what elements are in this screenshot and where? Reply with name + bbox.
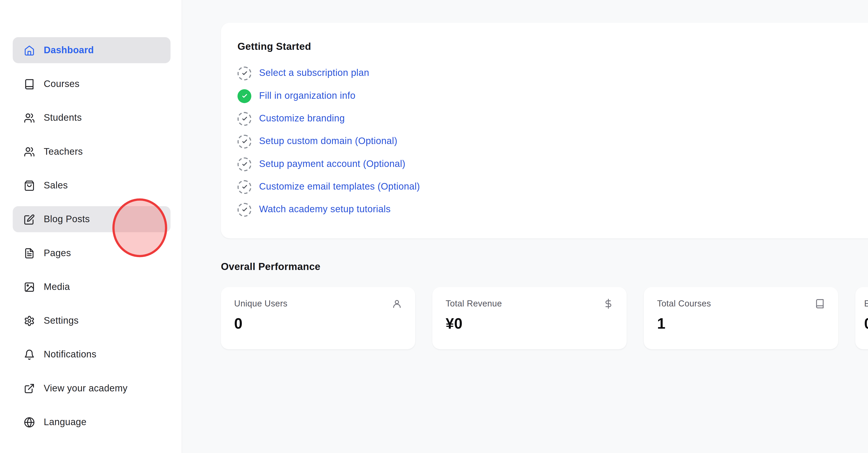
sidebar-item-label: Settings	[44, 315, 79, 326]
sidebar-item-label: Dashboard	[44, 45, 94, 56]
checklist-link[interactable]: Customize email templates (Optional)	[259, 181, 420, 192]
stat-value: 1	[657, 316, 825, 333]
getting-started-checklist: Select a subscription plan Fill in organ…	[238, 66, 868, 217]
edit-icon	[24, 214, 35, 225]
checklist-link[interactable]: Watch academy setup tutorials	[259, 204, 391, 215]
sidebar-item-media[interactable]: Media	[13, 274, 170, 300]
stat-card-truncated: E 0	[855, 287, 868, 349]
checklist-item-setup-tutorials: Watch academy setup tutorials	[238, 202, 868, 217]
stat-card-total-courses: Total Courses 1	[644, 287, 838, 349]
book-icon	[815, 299, 825, 309]
stat-label: Total Revenue	[446, 299, 502, 309]
sidebar-item-label: View your academy	[44, 383, 128, 394]
globe-icon	[24, 417, 35, 428]
sidebar-item-students[interactable]: Students	[13, 105, 170, 131]
book-icon	[24, 78, 35, 89]
checklist-link[interactable]: Customize branding	[259, 113, 345, 124]
sidebar-item-language[interactable]: Language	[13, 409, 170, 435]
overall-performance-heading: Overall Performance	[221, 261, 320, 273]
getting-started-card: Getting Started Select a subscription pl…	[221, 23, 868, 238]
sidebar-item-label: Sales	[44, 180, 68, 191]
check-circle-icon	[238, 66, 251, 80]
home-icon	[24, 45, 35, 56]
dollar-icon	[603, 299, 613, 309]
checklist-item-custom-domain: Setup custom domain (Optional)	[238, 134, 868, 149]
sidebar-item-label: Teachers	[44, 146, 83, 157]
sidebar-item-blog-posts[interactable]: Blog Posts	[13, 206, 170, 232]
stat-cards-row: Unique Users 0 Total Revenue ¥0 Total Co…	[221, 287, 868, 349]
sidebar-item-sales[interactable]: Sales	[13, 172, 170, 198]
stat-card-unique-users: Unique Users 0	[221, 287, 415, 349]
external-link-icon	[24, 383, 35, 394]
sidebar-nav: Dashboard Courses Students Teachers	[13, 37, 170, 443]
check-circle-icon	[238, 180, 251, 194]
checklist-link[interactable]: Select a subscription plan	[259, 68, 369, 79]
check-circle-icon	[238, 112, 251, 125]
gear-icon	[24, 315, 35, 326]
users-icon	[24, 146, 35, 157]
checklist-link[interactable]: Fill in organization info	[259, 90, 355, 102]
sidebar-item-notifications[interactable]: Notifications	[13, 341, 170, 367]
checklist-item-subscription-plan: Select a subscription plan	[238, 66, 868, 80]
app-window: Dashboard Courses Students Teachers	[0, 0, 868, 453]
user-icon	[392, 299, 402, 309]
stat-label: E	[864, 299, 868, 309]
checklist-link[interactable]: Setup custom domain (Optional)	[259, 136, 397, 147]
sidebar-item-label: Courses	[44, 78, 80, 89]
sidebar-item-settings[interactable]: Settings	[13, 308, 170, 334]
sidebar-item-dashboard[interactable]: Dashboard	[13, 37, 170, 63]
stat-card-total-revenue: Total Revenue ¥0	[432, 287, 627, 349]
sidebar-item-label: Blog Posts	[44, 214, 90, 225]
checklist-item-email-templates: Customize email templates (Optional)	[238, 179, 868, 194]
sidebar-item-pages[interactable]: Pages	[13, 240, 170, 266]
checklist-item-organization-info: Fill in organization info	[238, 89, 868, 103]
users-icon	[24, 112, 35, 123]
shopping-bag-icon	[24, 180, 35, 191]
sidebar-item-label: Media	[44, 281, 70, 292]
sidebar-item-label: Notifications	[44, 349, 96, 360]
sidebar-item-label: Language	[44, 417, 86, 428]
sidebar-item-label: Pages	[44, 248, 71, 259]
checklist-item-customize-branding: Customize branding	[238, 111, 868, 126]
sidebar: Dashboard Courses Students Teachers	[0, 0, 182, 453]
stat-label: Unique Users	[234, 299, 287, 309]
stat-value: ¥0	[446, 316, 613, 333]
getting-started-title: Getting Started	[238, 41, 868, 53]
sidebar-item-view-your-academy[interactable]: View your academy	[13, 375, 170, 401]
stat-value: 0	[234, 316, 402, 333]
stat-value: 0	[864, 316, 868, 333]
stat-label: Total Courses	[657, 299, 711, 309]
image-icon	[24, 281, 35, 292]
check-circle-icon	[238, 202, 251, 216]
sidebar-item-courses[interactable]: Courses	[13, 71, 170, 97]
checklist-item-payment-account: Setup payment account (Optional)	[238, 157, 868, 171]
checklist-link[interactable]: Setup payment account (Optional)	[259, 159, 405, 170]
check-circle-icon	[238, 134, 251, 148]
bell-icon	[24, 349, 35, 360]
check-circle-done-icon	[238, 89, 251, 103]
file-text-icon	[24, 248, 35, 259]
check-circle-icon	[238, 157, 251, 171]
sidebar-item-label: Students	[44, 112, 82, 123]
sidebar-item-teachers[interactable]: Teachers	[13, 139, 170, 165]
